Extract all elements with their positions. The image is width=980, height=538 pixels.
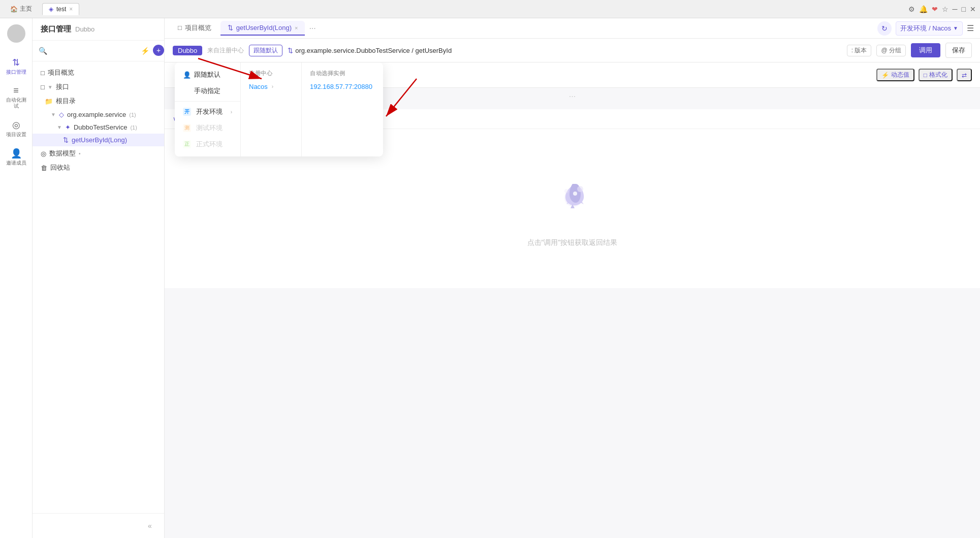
nacos-item[interactable]: Nacos › (241, 79, 301, 94)
method-label: getUserById(Long) (72, 136, 127, 144)
active-tab-label: test (56, 6, 66, 13)
root-dir-label: 根目录 (56, 97, 76, 106)
collapse-button[interactable]: « (144, 520, 156, 532)
org-service-label: org.example.service (67, 111, 126, 118)
tree-header: 接口管理 Dubbo (33, 18, 164, 41)
tree-item-get-user-by-id[interactable]: ⇅ getUserById(Long) (33, 134, 164, 146)
dubbo-service-count: (1) (130, 124, 137, 131)
format-icon: □ (924, 72, 927, 79)
follow-default-button[interactable]: 跟随默认 (249, 45, 282, 56)
interface-icon: ⇅ (12, 57, 20, 68)
hamburger-button[interactable]: ☰ (967, 23, 974, 33)
tree-content: □ 项目概览 □ ▼ 接口 📁 根目录 ▼ ◇ org.example.serv… (33, 61, 164, 513)
tab-project-overview[interactable]: □ 项目概览 (171, 20, 218, 37)
source-label: 来自注册中心 (207, 46, 244, 55)
expand-icon: ⇄ (962, 72, 967, 79)
browser-window-controls: ⚙ 🔔 ❤ ☆ ─ □ ✕ (908, 5, 976, 13)
manual-specify-item[interactable]: 手动指定 (175, 83, 240, 99)
dubbo-badge[interactable]: Dubbo (173, 46, 202, 55)
save-button[interactable]: 保存 (945, 43, 972, 58)
expand-button[interactable]: ⇄ (957, 69, 972, 81)
tree-item-interface[interactable]: □ ▼ 接口 (33, 80, 164, 94)
instance-header: 自动选择实例 (302, 67, 383, 79)
sidebar-item-project-settings[interactable]: ◎ 项目设置 (3, 115, 29, 142)
folder-icon: 📁 (45, 98, 53, 105)
auto-test-icon: ≡ (13, 85, 19, 96)
env-selector[interactable]: 开发环境 / Nacos ▼ (896, 21, 963, 36)
follow-default-item-icon: 👤 (183, 71, 191, 79)
follow-default-item[interactable]: 👤 跟随默认 (175, 67, 240, 83)
sidebar-item-invite-label: 邀请成员 (6, 160, 26, 166)
search-input[interactable] (50, 47, 136, 55)
service-path: ⇅ org.example.service.DubboTestService /… (288, 47, 842, 54)
version-button[interactable]: : 版本 (847, 45, 872, 56)
manual-specify-item-label: 手动指定 (194, 86, 220, 96)
dev-env-arrow-icon: › (231, 109, 232, 115)
env-dev-item[interactable]: 开 开发环境 › (175, 104, 240, 120)
tree-item-root-dir[interactable]: 📁 根目录 (33, 94, 164, 108)
org-service-count: (1) (129, 112, 136, 118)
sync-icon[interactable]: ↻ (877, 21, 892, 36)
env-selector-label: 开发环境 / Nacos (900, 24, 951, 33)
sidebar-item-auto-test-label: 自动化测试 (5, 97, 27, 109)
project-overview-label: 项目概览 (48, 68, 74, 77)
dynamic-value-label: 动态值 (891, 71, 909, 79)
notifications-icon[interactable]: 🔔 (919, 5, 928, 13)
tab-close-icon[interactable]: × (295, 25, 298, 31)
tree-item-org-service[interactable]: ▼ ◇ org.example.service (1) (33, 108, 164, 121)
tab-favicon: ◈ (49, 6, 53, 13)
tree-search-bar[interactable]: 🔍 ⚡ + (33, 41, 164, 61)
dubbo-service-icon: ✦ (65, 123, 71, 131)
svg-point-1 (573, 192, 577, 196)
tree-item-project-overview[interactable]: □ 项目概览 (33, 66, 164, 80)
interface-folder-icon: □ (41, 83, 45, 91)
format-label: 格式化 (929, 71, 947, 79)
dev-env-prefix: 开 (183, 108, 191, 116)
tab-project-overview-icon: □ (178, 24, 182, 31)
group-button[interactable]: @ 分组 (876, 45, 906, 56)
instance-ip-item[interactable]: 192.168.57.77:20880 (302, 79, 383, 94)
tree-item-recycle-bin[interactable]: 🗑 回收站 (33, 161, 164, 175)
format-button[interactable]: □ 格式化 (919, 69, 953, 81)
avatar (7, 24, 25, 43)
invite-icon: 👤 (11, 148, 22, 159)
service-chevron-icon: ▼ (57, 124, 62, 130)
icon-sidebar: ⇅ 接口管理 ≡ 自动化测试 ◎ 项目设置 👤 邀请成员 (0, 18, 33, 538)
add-button[interactable]: + (153, 45, 164, 56)
maximize-icon[interactable]: □ (962, 5, 966, 13)
tabs-more-icon[interactable]: ··· (309, 24, 315, 33)
tab-method-label: getUserById(Long) (236, 24, 292, 31)
sidebar-item-invite[interactable]: 👤 邀请成员 (3, 144, 29, 170)
sidebar-item-interface[interactable]: ⇅ 接口管理 (3, 53, 29, 79)
tabs-right: ↻ 开发环境 / Nacos ▼ ☰ (877, 21, 974, 36)
invoke-button[interactable]: 调用 (911, 43, 940, 57)
svg-point-2 (577, 186, 583, 192)
tab-close-icon[interactable]: × (69, 6, 73, 13)
toolbar: Dubbo 来自注册中心 跟随默认 ⇅ org.example.service.… (165, 39, 980, 62)
sidebar-item-auto-test[interactable]: ≡ 自动化测试 (3, 81, 29, 113)
active-tab[interactable]: ◈ test × (42, 3, 79, 15)
filter-button[interactable]: ⚡ (139, 45, 151, 57)
tab-get-user-by-id[interactable]: ⇅ getUserById(Long) × (220, 21, 305, 36)
tree-item-dubbo-test-service[interactable]: ▼ ✦ DubboTestService (1) (33, 121, 164, 134)
star-icon[interactable]: ☆ (942, 5, 949, 13)
params-actions: ⚡ 动态值 □ 格式化 ⇄ (876, 69, 972, 81)
service-path-icon: ⇅ (288, 47, 293, 54)
heart-icon[interactable]: ❤ (932, 5, 938, 13)
settings-icon[interactable]: ⚙ (908, 5, 915, 13)
dynamic-value-button[interactable]: ⚡ 动态值 (876, 69, 914, 81)
sidebar-item-project-settings-label: 项目设置 (6, 132, 26, 138)
minimize-icon[interactable]: ─ (953, 5, 958, 13)
sidebar-item-interface-label: 接口管理 (6, 69, 26, 75)
data-model-dot: • (79, 151, 81, 156)
tree-item-data-model[interactable]: ◎ 数据模型 • (33, 146, 164, 161)
prod-env-prefix: 正 (183, 140, 191, 148)
home-tab[interactable]: 🏠 主页 (4, 3, 38, 15)
dubbo-service-label: DubboTestService (74, 123, 128, 131)
home-tab-label: 主页 (20, 5, 32, 13)
project-settings-icon: ◎ (12, 119, 20, 131)
window-close-icon[interactable]: ✕ (970, 5, 976, 13)
main-content: □ 项目概览 ⇅ getUserById(Long) × ··· ↻ 开发环境 … (165, 18, 980, 538)
prod-env-label: 正式环境 (196, 140, 223, 149)
browser-chrome: 🏠 主页 ◈ test × ⚙ 🔔 ❤ ☆ ─ □ ✕ (0, 0, 980, 18)
